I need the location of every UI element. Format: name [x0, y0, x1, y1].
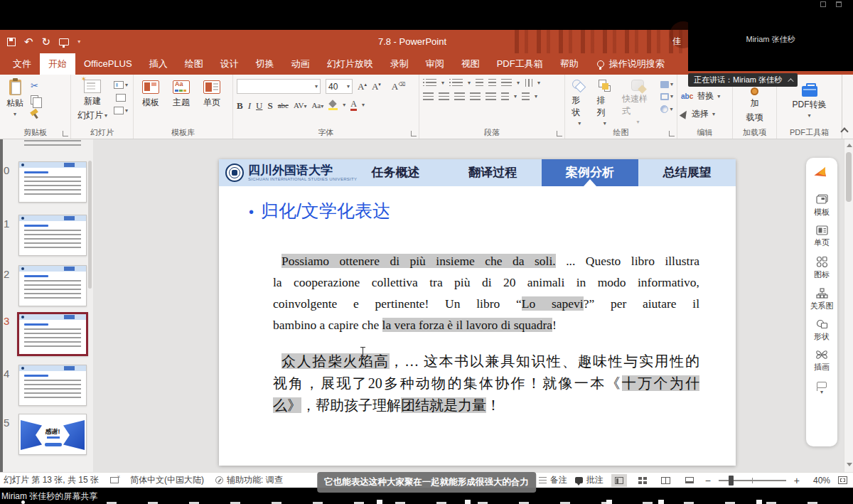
notes-button[interactable]: 备注 [539, 474, 567, 486]
panel-item-illustration[interactable]: 插画 [814, 350, 830, 372]
format-painter-icon[interactable] [30, 109, 39, 119]
ribbon-tab[interactable]: 文件 [4, 53, 40, 75]
save-icon[interactable] [7, 38, 16, 46]
font-name-combo[interactable]: ▾ [237, 79, 321, 94]
redo-icon[interactable]: ↻ [42, 36, 51, 47]
change-case-button[interactable]: Aa▾ [311, 102, 323, 109]
section-icon[interactable] [114, 107, 124, 114]
underline-button[interactable]: U [256, 101, 262, 110]
font-color-button[interactable]: A [350, 100, 357, 111]
columns-icon[interactable] [501, 92, 509, 100]
ribbon-tab[interactable]: 插入 [141, 53, 176, 75]
shape-effects-icon[interactable] [660, 105, 668, 113]
zoom-slider-thumb[interactable] [729, 476, 734, 486]
ribbon-tab[interactable]: 设计 [212, 53, 247, 75]
ribbon-tab[interactable]: 幻灯片放映 [318, 53, 382, 75]
decrease-font-icon[interactable]: A▾ [372, 81, 381, 92]
strikethrough-button[interactable]: abc [278, 102, 289, 109]
replace-button[interactable]: abc 替换 ▾ [681, 90, 720, 102]
panel-item-single-page[interactable]: 单页 [814, 225, 830, 248]
slide-thumbnail[interactable]: 感谢! [18, 414, 87, 455]
active-speaker-banner[interactable]: 正在讲话：Miriam 张佳秒 [688, 73, 798, 87]
fit-to-window-icon[interactable] [838, 476, 847, 484]
panel-item-shapes[interactable]: 形状 [814, 319, 830, 342]
clear-formatting-icon[interactable]: A⌫ [392, 81, 405, 92]
zoom-out-button[interactable]: − [705, 475, 711, 486]
select-button[interactable]: 选择 ▾ [681, 108, 720, 120]
participant-video-tile[interactable]: Miriam 张佳秒 [688, 0, 853, 71]
slide-thumbnail[interactable] [18, 161, 87, 203]
accessibility-status[interactable]: 辅助功能: 调查 [215, 474, 283, 486]
quick-styles-button[interactable]: 快速样式 ▾ [619, 79, 657, 126]
qat-customize-icon[interactable]: ▾ [77, 38, 80, 45]
theme-button[interactable]: 主题 [168, 79, 195, 110]
slide-text-block[interactable]: Possiamo ottenere di più insieme che da … [273, 250, 699, 417]
slide-thumbnail[interactable] [18, 365, 87, 406]
shape-outline-icon[interactable] [660, 93, 669, 100]
reading-view-button[interactable] [658, 474, 674, 487]
ribbon-tab[interactable]: OfficePLUS [75, 53, 141, 75]
minimize-window-icon[interactable] [836, 1, 842, 7]
shape-fill-icon[interactable] [660, 81, 669, 88]
highlight-color-icon[interactable] [328, 101, 338, 110]
distribute-icon[interactable] [485, 92, 496, 100]
font-size-combo[interactable]: 40▾ [326, 79, 353, 94]
slide-canvas[interactable]: 四川外国语大学 SICHUAN INTERNATIONAL STUDIES UN… [219, 159, 736, 466]
vertical-scrollbar[interactable] [844, 139, 853, 472]
dialog-launcher-icon[interactable] [557, 131, 562, 136]
paste-button[interactable]: 粘贴 ▾ [4, 79, 26, 118]
template-button[interactable]: 模板 [137, 79, 164, 110]
panel-more-button[interactable]: ▾ [817, 382, 827, 395]
ribbon-tab[interactable]: 审阅 [417, 53, 453, 75]
increase-font-icon[interactable]: A▴ [358, 81, 367, 92]
dialog-launcher-icon[interactable] [411, 131, 417, 136]
numbering-icon[interactable] [452, 79, 463, 87]
align-center-icon[interactable] [439, 92, 449, 100]
slide-layout-icon[interactable] [114, 81, 124, 89]
smartart-convert-icon[interactable] [522, 92, 530, 100]
single-page-button[interactable]: 单页 [198, 79, 225, 110]
scroll-down-icon[interactable] [847, 463, 852, 466]
comments-button[interactable]: 批注 [575, 474, 603, 486]
bullets-icon[interactable] [426, 79, 436, 87]
ribbon-tab[interactable]: 帮助 [552, 53, 587, 75]
text-shadow-button[interactable]: S [267, 101, 272, 110]
panel-item-diagram[interactable]: 关系图 [810, 288, 834, 311]
ribbon-tab[interactable]: 切换 [247, 53, 283, 75]
panel-item-icons[interactable]: 图标 [814, 256, 830, 280]
new-slide-button[interactable]: 新建 幻灯片▾ [75, 79, 110, 122]
zoom-level[interactable]: 40% [808, 476, 830, 486]
scroll-up-icon[interactable] [847, 144, 852, 147]
character-spacing-button[interactable]: AV▾ [294, 102, 307, 109]
reset-slide-icon[interactable] [116, 94, 126, 102]
ribbon-tab[interactable]: 绘图 [176, 53, 212, 75]
popout-window-icon[interactable] [820, 1, 826, 7]
copy-icon[interactable] [31, 95, 38, 104]
normal-view-button[interactable] [611, 474, 627, 487]
bold-button[interactable]: B [237, 101, 243, 110]
shapes-button[interactable]: 形状 ▾ [569, 79, 591, 127]
justify-icon[interactable] [470, 92, 481, 100]
ribbon-tab[interactable]: 录制 [382, 53, 417, 75]
slideshow-view-button[interactable] [682, 474, 697, 487]
dialog-launcher-icon[interactable] [669, 131, 675, 136]
slide-sorter-view-button[interactable] [635, 474, 650, 487]
ribbon-tab[interactable]: 开始 [40, 53, 75, 75]
display-settings-icon[interactable] [110, 477, 119, 483]
tell-me-search[interactable]: 操作说明搜索 [597, 53, 665, 75]
italic-button[interactable]: I [248, 101, 251, 110]
arrange-button[interactable]: 排列 ▾ [594, 79, 616, 127]
language-indicator[interactable]: 简体中文(中国大陆) [130, 474, 204, 486]
slide-thumbnail[interactable] [17, 312, 88, 356]
slide-thumbnail[interactable] [18, 265, 87, 306]
cut-icon[interactable]: ✂ [31, 81, 38, 90]
ribbon-tab[interactable]: PDF工具箱 [488, 53, 552, 75]
panel-item-template[interactable]: 模板 [814, 194, 830, 218]
align-left-icon[interactable] [423, 92, 434, 100]
ribbon-tab[interactable]: 动画 [283, 53, 318, 75]
align-right-icon[interactable] [454, 92, 465, 100]
undo-icon[interactable]: ↶ [24, 36, 33, 47]
ribbon-tab[interactable]: 视图 [453, 53, 488, 75]
dialog-launcher-icon[interactable] [63, 131, 68, 136]
zoom-in-button[interactable]: + [794, 475, 800, 486]
